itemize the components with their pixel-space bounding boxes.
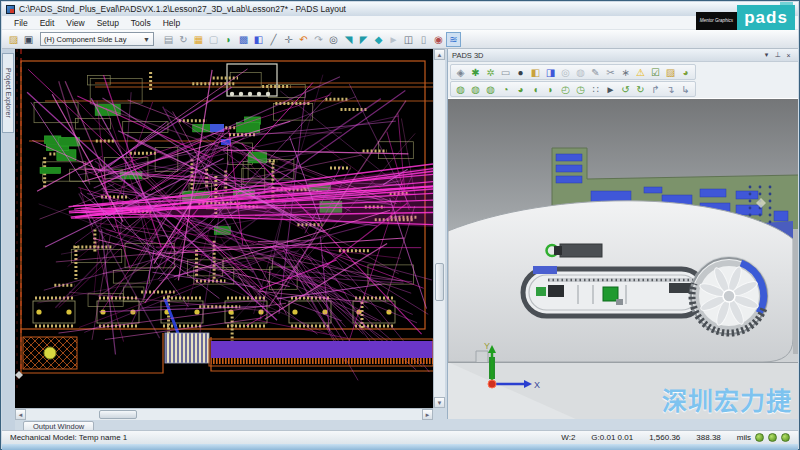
scroll-up-icon[interactable]: ▲ bbox=[434, 49, 445, 60]
view-left-icon[interactable]: ◔ bbox=[498, 82, 513, 97]
main-toolbar: ▨▣ (H) Component Side Lay ▼ ▤↻▦▢◗▩◧╱✛↶↷◎… bbox=[2, 30, 798, 49]
pads-3d-toolbar-1: ◈✱✲▭●◧◨◎◍✎✂∗⚠☑▨◕ bbox=[450, 64, 696, 80]
folder-icon[interactable]: ▨ bbox=[663, 65, 678, 80]
status-x-coordinate: 1,560.36 bbox=[649, 433, 680, 442]
vertical-scrollbar[interactable]: ▲ ▼ bbox=[433, 49, 445, 408]
redo-icon[interactable]: ↷ bbox=[311, 32, 326, 47]
component-side-icon[interactable]: ◨ bbox=[543, 65, 558, 80]
verify-design-icon[interactable]: ◆ bbox=[371, 32, 386, 47]
step-forward-icon[interactable]: ↳ bbox=[678, 82, 693, 97]
horizontal-scrollbar[interactable]: ◄ ► bbox=[15, 408, 433, 420]
measure-icon[interactable]: ✎ bbox=[588, 65, 603, 80]
svg-text:Y: Y bbox=[484, 341, 490, 351]
move-component-icon[interactable]: ✛ bbox=[281, 32, 296, 47]
svg-text:X: X bbox=[534, 380, 540, 390]
status-led-2[interactable] bbox=[768, 433, 777, 442]
pin-icon[interactable]: ⊥ bbox=[772, 51, 783, 59]
scroll-left-icon[interactable]: ◄ bbox=[15, 409, 26, 420]
board-outline-icon[interactable]: ▭ bbox=[498, 65, 513, 80]
spin-left-icon[interactable]: ◴ bbox=[558, 82, 573, 97]
cross-section-icon[interactable]: ✂ bbox=[603, 65, 618, 80]
chevron-down-icon[interactable]: ▾ bbox=[761, 51, 772, 59]
view-right-icon[interactable]: ◕ bbox=[513, 82, 528, 97]
export-3d-icon[interactable]: ◕ bbox=[678, 65, 693, 80]
undo-icon[interactable]: ↶ bbox=[296, 32, 311, 47]
sync-model-icon[interactable]: ↻ bbox=[633, 82, 648, 97]
solder-side-icon[interactable]: ◧ bbox=[528, 65, 543, 80]
menu-view[interactable]: View bbox=[60, 18, 90, 28]
fit-view-icon[interactable]: ✱ bbox=[468, 65, 483, 80]
refresh-model-icon[interactable]: ↺ bbox=[618, 82, 633, 97]
refresh-icon[interactable]: ↻ bbox=[176, 32, 191, 47]
menu-help[interactable]: Help bbox=[157, 18, 186, 28]
close-icon[interactable]: × bbox=[783, 52, 794, 59]
zoom-in-icon[interactable]: ◎ bbox=[558, 65, 573, 80]
step-back-icon[interactable]: ↱ bbox=[648, 82, 663, 97]
selection-pointer-icon[interactable]: ► bbox=[386, 32, 401, 47]
view-top-icon[interactable]: ◍ bbox=[468, 82, 483, 97]
title-bar[interactable]: C:\PADS_Stnd_Plus_Eval\PADSVX.1.2\Lesson… bbox=[2, 2, 798, 16]
collision-warning-icon[interactable]: ⚠ bbox=[633, 65, 648, 80]
scroll-right-icon[interactable]: ► bbox=[422, 409, 433, 420]
zoom-selection-icon[interactable]: ◉ bbox=[431, 32, 446, 47]
app-icon bbox=[6, 5, 15, 14]
pads-3d-header[interactable]: PADS 3D ▾ ⊥ × bbox=[448, 49, 798, 62]
menu-setup[interactable]: Setup bbox=[91, 18, 125, 28]
status-grid: G:0.01 0.01 bbox=[591, 433, 633, 442]
rotate-view-icon[interactable]: ✲ bbox=[483, 65, 498, 80]
properties-icon[interactable]: ▤ bbox=[161, 32, 176, 47]
shaded-mode-icon[interactable]: ● bbox=[513, 65, 528, 80]
pads-logo: pads bbox=[737, 5, 795, 30]
project-explorer-label: Project Explorer bbox=[5, 68, 12, 118]
status-bar: Mechanical Model: Temp name 1 W:2 G:0.01… bbox=[2, 430, 798, 444]
select-cursor-icon[interactable]: ► bbox=[603, 82, 618, 97]
step-mid-icon[interactable]: ↴ bbox=[663, 82, 678, 97]
new-window-icon[interactable]: ◫ bbox=[401, 32, 416, 47]
save-icon[interactable]: ▣ bbox=[21, 32, 36, 47]
mentor-graphics-logo: Mentor Graphics bbox=[696, 12, 737, 30]
status-led-3[interactable] bbox=[781, 433, 790, 442]
snap-point-icon[interactable]: ∗ bbox=[618, 65, 633, 80]
view-back-icon[interactable]: ◗ bbox=[543, 82, 558, 97]
status-led-1[interactable] bbox=[755, 433, 764, 442]
add-route-icon[interactable]: ╱ bbox=[266, 32, 281, 47]
pcb-2d-canvas[interactable] bbox=[15, 49, 433, 408]
report-icon[interactable]: ☑ bbox=[648, 65, 663, 80]
display-colors-icon[interactable]: ◧ bbox=[251, 32, 266, 47]
watermark-text: 深圳宏力捷 bbox=[662, 381, 792, 417]
pads-3d-icon[interactable]: ≋ bbox=[446, 32, 461, 47]
pcb-3d-viewport[interactable]: YX 深圳宏力捷 bbox=[448, 98, 798, 419]
menu-edit[interactable]: Edit bbox=[34, 18, 61, 28]
grid-dots-icon[interactable]: ▩ bbox=[236, 32, 251, 47]
layer-dropdown[interactable]: (H) Component Side Lay ▼ bbox=[40, 32, 154, 46]
menu-bar: FileEditViewSetupToolsHelp bbox=[2, 16, 798, 30]
layer-dropdown-value: (H) Component Side Lay bbox=[44, 35, 127, 44]
pads-layout-window: C:\PADS_Stnd_Plus_Eval\PADSVX.1.2\Lesson… bbox=[0, 0, 800, 450]
status-line-width: W:2 bbox=[561, 433, 575, 442]
brand-watermark: Mentor Graphics pads bbox=[696, 5, 795, 30]
view-iso-icon[interactable]: ◍ bbox=[453, 82, 468, 97]
design-rules-icon[interactable]: ▦ bbox=[191, 32, 206, 47]
menu-tools[interactable]: Tools bbox=[125, 18, 157, 28]
zoom-icon[interactable]: ◎ bbox=[326, 32, 341, 47]
pads-3d-toolbar-2: ◍◍◍◔◕◖◗◴◷∷►↺↻↱↴↳ bbox=[450, 81, 696, 97]
filter-parts-icon[interactable]: ◤ bbox=[356, 32, 371, 47]
grid-points-icon[interactable]: ∷ bbox=[588, 82, 603, 97]
eco-mode-icon[interactable]: ◗ bbox=[221, 32, 236, 47]
spin-right-icon[interactable]: ◷ bbox=[573, 82, 588, 97]
new-document-icon[interactable]: ▢ bbox=[206, 32, 221, 47]
select-hand-icon[interactable]: ◈ bbox=[453, 65, 468, 80]
left-dock-strip: Project Explorer bbox=[2, 49, 15, 432]
view-front-icon[interactable]: ◖ bbox=[528, 82, 543, 97]
clipboard-icon[interactable]: ▯ bbox=[416, 32, 431, 47]
hscroll-thumb[interactable] bbox=[99, 410, 137, 419]
menu-file[interactable]: File bbox=[8, 18, 34, 28]
zoom-window-icon[interactable]: ◍ bbox=[573, 65, 588, 80]
filter-nets-icon[interactable]: ◥ bbox=[341, 32, 356, 47]
project-explorer-tab[interactable]: Project Explorer bbox=[2, 53, 14, 133]
vscroll-thumb[interactable] bbox=[435, 263, 444, 301]
status-y-coordinate: 388.38 bbox=[696, 433, 720, 442]
open-folder-icon[interactable]: ▨ bbox=[6, 32, 21, 47]
view-bottom-icon[interactable]: ◍ bbox=[483, 82, 498, 97]
scroll-down-icon[interactable]: ▼ bbox=[434, 397, 445, 408]
